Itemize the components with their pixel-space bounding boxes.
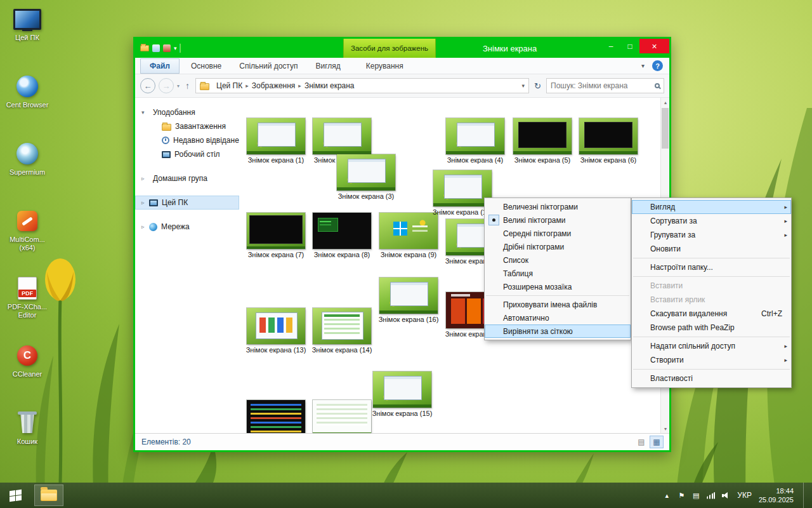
globe-icon [149, 223, 157, 231]
qat-dropdown-icon[interactable]: ▾ [174, 45, 177, 51]
contextmenu-item-undo-delete[interactable]: Скасувати видаленняCtrl+Z [632, 307, 791, 321]
maximize-button[interactable]: □ [620, 39, 639, 53]
up-button[interactable]: ↑ [185, 81, 190, 91]
scroll-up-icon[interactable]: ▴ [661, 98, 670, 107]
viewmenu-item-content[interactable]: Розширена мозаїка [485, 280, 631, 293]
contextmenu-item-customize-folder[interactable]: Настроїти папку... [632, 260, 791, 274]
viewmenu-item-details[interactable]: Таблиця [485, 267, 631, 280]
sidebar-item-homegroup[interactable]: ▹Домашня група [135, 171, 239, 185]
tab-view[interactable]: Вигляд [307, 58, 350, 74]
tray-display-icon[interactable]: ▤ [692, 491, 700, 500]
viewmenu-item-align-to-grid[interactable]: Вирівняти за сіткою [485, 324, 631, 338]
desktop-icon-supermium[interactable]: Supermium [4, 141, 51, 203]
search-input[interactable] [551, 81, 652, 90]
scroll-down-icon[interactable]: ▾ [661, 424, 670, 433]
tray-network-icon[interactable] [707, 492, 715, 499]
sidebar-item-this-pc[interactable]: ▹Цей ПК [135, 196, 239, 210]
contextmenu-item-group-by[interactable]: Групувати за▸ [632, 228, 791, 242]
refresh-button[interactable]: ↻ [532, 81, 543, 91]
viewmenu-item-small-icons[interactable]: Дрібні піктограми [485, 240, 631, 253]
sidebar-item-favorites[interactable]: ▾Уподобання [135, 105, 239, 119]
picture-tools-contextual-tab[interactable]: Засоби для зображень [343, 39, 436, 58]
sidebar-item-desktop[interactable]: Робочий стіл [135, 147, 239, 161]
taskbar-clock[interactable]: 18:44 25.09.2025 [759, 486, 794, 505]
contextmenu-item-browse-peazip[interactable]: Browse path with PeaZip [632, 321, 791, 335]
desktop-icon-ccleaner[interactable]: CCleaner [4, 343, 51, 404]
viewmenu-item-hide-file-names[interactable]: Приховувати імена файлів [485, 298, 631, 311]
file-item[interactable]: Знімок екрана (16) [378, 277, 439, 324]
tab-home[interactable]: Основне [182, 58, 230, 74]
file-item[interactable]: Знімок екрана (13) [246, 308, 306, 355]
menu-item-label: Таблиця [503, 269, 622, 278]
tray-hidden-icons-icon[interactable]: ▴ [663, 491, 671, 500]
contextmenu-item-properties[interactable]: Властивості [632, 371, 791, 385]
minimize-button[interactable]: – [601, 39, 620, 53]
back-button[interactable]: ← [140, 78, 155, 93]
file-item[interactable] [311, 400, 372, 433]
breadcrumb: Цей ПК▸Зображення▸Знімки екрана [216, 81, 355, 90]
qat-button-icon[interactable] [163, 44, 171, 52]
contextmenu-item-new[interactable]: Створити▸ [632, 353, 791, 367]
contextmenu-item-sort-by[interactable]: Сортувати за▸ [632, 214, 791, 228]
expand-ribbon-icon[interactable]: ▾ [641, 62, 645, 69]
address-dropdown-icon[interactable]: ▾ [522, 83, 525, 89]
show-desktop-button[interactable] [803, 483, 807, 508]
tab-file[interactable]: Файл [140, 58, 180, 74]
monitor-icon [162, 151, 171, 158]
file-item[interactable]: Знімок екрана (1) [246, 118, 306, 165]
viewmenu-item-huge-icons[interactable]: Величезні піктограми [485, 200, 631, 213]
multicom-icon [13, 208, 41, 234]
ribbon-tabs: ФайлОсновнеСпільний доступВиглядКеруванн… [140, 58, 412, 74]
tab-manage[interactable]: Керування [357, 58, 412, 74]
radio-dot-icon [488, 215, 499, 225]
viewmenu-item-large-icons[interactable]: Великі піктограми [485, 213, 631, 227]
taskbar-explorer-button[interactable] [34, 485, 63, 506]
context-menu: Вигляд▸Сортувати за▸Групувати за▸Оновити… [631, 197, 792, 388]
desktop-icon-recycle-bin[interactable]: Кошик [4, 410, 51, 472]
close-button[interactable]: × [639, 39, 669, 53]
sidebar-item-downloads[interactable]: Завантаження [135, 119, 239, 133]
desktop-icon-this-pc[interactable]: Цей ПК [4, 6, 51, 68]
contextmenu-item-share-with[interactable]: Надати спільний доступ▸ [632, 339, 791, 353]
file-item[interactable]: Знімок екрана (15) [372, 371, 433, 418]
current-folder-icon [200, 83, 209, 90]
forward-button[interactable]: → [159, 78, 174, 93]
sidebar-item-recent-places[interactable]: Недавно відвідане [135, 133, 239, 147]
help-button[interactable]: ? [652, 60, 663, 71]
breadcrumb-segment[interactable]: Зображення [252, 81, 296, 90]
thumbnail-view-toggle-icon[interactable]: ▦ [650, 436, 663, 448]
contextmenu-item-refresh[interactable]: Оновити [632, 242, 791, 256]
tray-action-center-icon[interactable]: ⚑ [678, 491, 685, 500]
file-item[interactable]: Знімок екрана (3) [336, 154, 396, 201]
file-item[interactable]: Знімок екрана (5) [512, 118, 573, 165]
window-titlebar[interactable]: ▾ ▏ Засоби для зображень Знімки екрана –… [135, 39, 669, 58]
file-item[interactable]: Знімок екрана (6) [578, 118, 639, 165]
recent-locations-dropdown-icon[interactable]: ▾ [177, 83, 180, 89]
file-item[interactable]: Знімок екрана (8) [311, 213, 372, 260]
start-button[interactable] [0, 483, 30, 508]
file-item[interactable]: Знімок екрана (7) [246, 213, 306, 260]
desktop-icon-cent-browser[interactable]: Cent Browser [4, 74, 51, 135]
desktop-icon-pdf-editor[interactable]: PDF-XCha... Editor [4, 276, 51, 337]
file-item[interactable]: Знімок екрана (9) [378, 213, 439, 260]
scrollbar-thumb[interactable] [662, 108, 669, 149]
file-item[interactable]: Знімок екрана (14) [311, 308, 372, 355]
file-thumbnail [313, 213, 371, 249]
viewmenu-item-medium-icons[interactable]: Середні піктограми [485, 227, 631, 240]
viewmenu-item-auto-arrange[interactable]: Автоматично [485, 311, 631, 324]
contextmenu-item-view[interactable]: Вигляд▸ [632, 200, 791, 214]
details-view-toggle-icon[interactable]: ▤ [635, 436, 648, 448]
desktop-icon-multicom[interactable]: MultiCom... (x64) [4, 208, 51, 270]
breadcrumb-segment[interactable]: Цей ПК [216, 81, 242, 90]
file-item[interactable] [246, 400, 306, 433]
search-icon[interactable] [655, 83, 660, 88]
viewmenu-item-list[interactable]: Список [485, 253, 631, 267]
tray-volume-icon[interactable] [722, 492, 730, 499]
file-item[interactable]: Знімок екрана (4) [445, 118, 506, 165]
breadcrumb-segment[interactable]: Знімки екрана [304, 81, 355, 90]
sidebar-item-network[interactable]: ▹Мережа [135, 220, 239, 234]
language-indicator[interactable]: УКР [737, 491, 752, 500]
qat-button-icon[interactable] [152, 44, 160, 52]
address-bar[interactable]: Цей ПК▸Зображення▸Знімки екрана ▾ [195, 78, 529, 93]
tab-share[interactable]: Спільний доступ [230, 58, 306, 74]
